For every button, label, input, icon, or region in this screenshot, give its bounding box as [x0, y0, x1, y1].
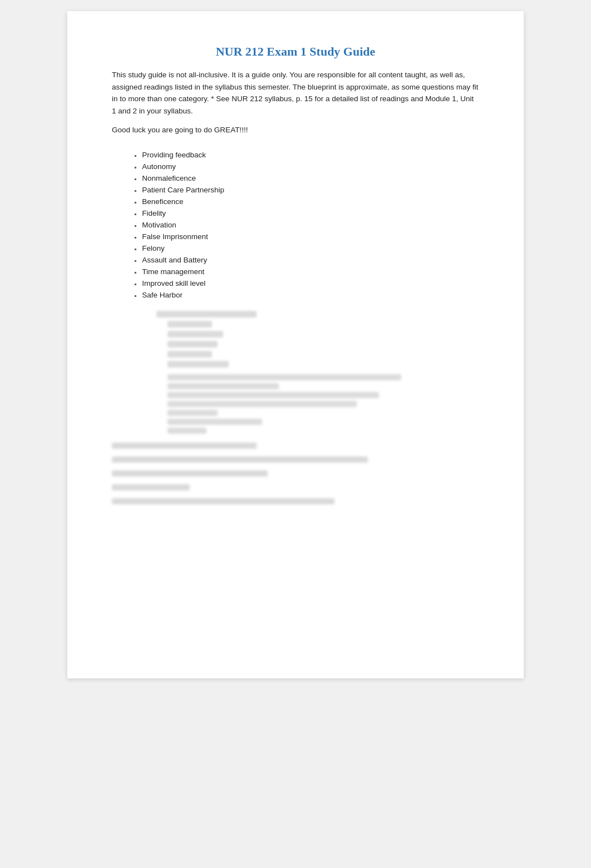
list-item: Safe Harbor — [134, 291, 479, 300]
list-item: Patient Care Partnership — [134, 186, 479, 195]
list-item: Autonomy — [134, 162, 479, 171]
blurred-para-5 — [112, 498, 479, 504]
blurred-para-1 — [112, 443, 479, 449]
list-item: Felony — [134, 244, 479, 253]
list-item: Providing feedback — [134, 151, 479, 160]
document-page: NUR 212 Exam 1 Study Guide This study gu… — [67, 11, 524, 678]
list-item: Nonmaleficence — [134, 174, 479, 183]
list-item: Beneficence — [134, 197, 479, 206]
blurred-para-3 — [112, 470, 479, 477]
blurred-para-4 — [112, 484, 479, 490]
topic-list: Providing feedbackAutonomyNonmaleficence… — [112, 151, 479, 300]
good-luck-text: Good luck you are going to do GREAT!!!! — [112, 126, 479, 134]
page-title: NUR 212 Exam 1 Study Guide — [112, 44, 479, 59]
list-item: Fidelity — [134, 209, 479, 218]
list-item: Improved skill level — [134, 279, 479, 288]
list-item: Assault and Battery — [134, 256, 479, 265]
intro-paragraph: This study guide is not all-inclusive. I… — [112, 69, 479, 117]
blurred-para-2 — [112, 457, 479, 463]
list-item: Motivation — [134, 221, 479, 230]
blurred-sublist — [112, 311, 479, 434]
list-item: Time management — [134, 267, 479, 276]
list-item: False Imprisonment — [134, 232, 479, 241]
